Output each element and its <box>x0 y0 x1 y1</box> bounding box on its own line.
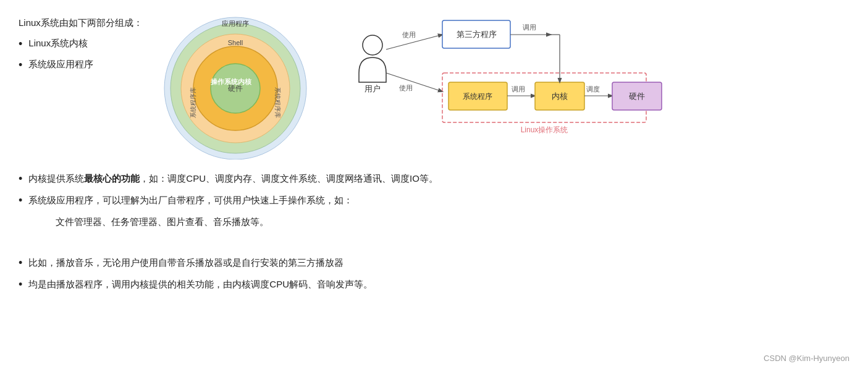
svg-line-15 <box>386 73 442 91</box>
svg-text:系统程序: 系统程序 <box>463 92 492 101</box>
svg-text:系统程序库: 系统程序库 <box>274 87 281 118</box>
main-layout: Linux系统由如下两部分组成： Linux系统内核 系统级应用程序 <box>19 11 849 298</box>
svg-text:使用: 使用 <box>402 31 416 38</box>
top-bullet-list: Linux系统内核 系统级应用程序 <box>19 38 143 72</box>
bullet-list: 内核提供系统最核心的功能，如：调度CPU、调度内存、调度文件系统、调度网络通讯、… <box>19 171 849 209</box>
ring-svg: 应用程序 Shell 操作系统内核 硬件 系统程序库 系统程序库 <box>161 11 310 159</box>
svg-text:硬件: 硬件 <box>228 84 243 93</box>
spacer <box>19 236 849 244</box>
bottom-section: 内核提供系统最核心的功能，如：调度CPU、调度内存、调度文件系统、调度网络通讯、… <box>19 171 849 230</box>
bullet-sysapp: 系统级应用程序 <box>19 59 143 72</box>
arch-diagram: 用户 使用 使用 第三方程序 系统程序 调用 <box>340 11 849 159</box>
intro-text: Linux系统由如下两部分组成： <box>19 17 143 29</box>
svg-text:应用程序: 应用程序 <box>222 20 249 27</box>
svg-text:用户: 用户 <box>364 84 381 93</box>
svg-text:Linux操作系统: Linux操作系统 <box>521 125 568 134</box>
text-left: Linux系统由如下两部分组成： Linux系统内核 系统级应用程序 <box>19 11 143 79</box>
svg-text:硬件: 硬件 <box>629 91 645 101</box>
svg-text:调度: 调度 <box>586 85 600 93</box>
svg-text:第三方程序: 第三方程序 <box>456 30 496 39</box>
svg-text:Shell: Shell <box>228 39 243 46</box>
bullet-kernel-func: 内核提供系统最核心的功能，如：调度CPU、调度内存、调度文件系统、调度网络通讯、… <box>19 171 849 187</box>
svg-text:调用: 调用 <box>523 23 536 31</box>
bullet-list-2: 比如，播放音乐，无论用户使用自带音乐播放器或是自行安装的第三方播放器 均是由播放… <box>19 255 849 293</box>
csdn-watermark: CSDN @Kim-Hyunyeon <box>764 354 849 363</box>
bottom-section-2: 比如，播放音乐，无论用户使用自带音乐播放器或是自行安装的第三方播放器 均是由播放… <box>19 255 849 298</box>
svg-text:系统程序库: 系统程序库 <box>190 87 196 118</box>
svg-text:内核: 内核 <box>552 91 568 101</box>
bullet-music-1: 比如，播放音乐，无论用户使用自带音乐播放器或是自行安装的第三方播放器 <box>19 255 849 271</box>
ring-diagram: 应用程序 Shell 操作系统内核 硬件 系统程序库 系统程序库 <box>161 11 310 159</box>
svg-text:调用: 调用 <box>512 85 525 93</box>
arch-svg: 用户 使用 使用 第三方程序 系统程序 调用 <box>340 11 699 159</box>
top-section: Linux系统由如下两部分组成： Linux系统内核 系统级应用程序 <box>19 11 849 159</box>
bullet-music-2: 均是由播放器程序，调用内核提供的相关功能，由内核调度CPU解码、音响发声等。 <box>19 276 849 293</box>
svg-text:使用: 使用 <box>399 84 413 91</box>
bullet-kernel: Linux系统内核 <box>19 38 143 51</box>
bullet-sysapp-desc: 系统级应用程序，可以理解为出厂自带程序，可供用户快速上手操作系统，如： <box>19 192 849 209</box>
svg-point-11 <box>363 35 382 55</box>
sub-item: 文件管理器、任务管理器、图片查看、音乐播放等。 <box>56 214 849 230</box>
